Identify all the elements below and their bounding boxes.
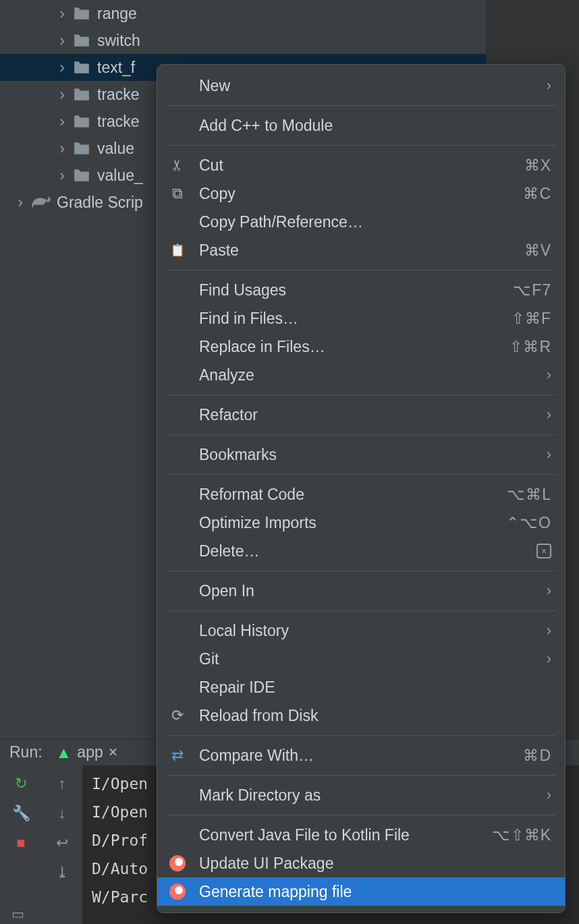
tree-item-label: range [97, 5, 137, 23]
menu-item[interactable]: Update UI Package [157, 849, 565, 877]
menu-shortcut: ⌥⇧⌘K [492, 826, 551, 844]
run-gutter-right[interactable]: ↑ ↓ ↩ ⤓ [42, 766, 82, 924]
menu-separator [167, 815, 555, 815]
chevron-right-icon: › [547, 622, 551, 639]
menu-item[interactable]: ⧉Copy⌘C [157, 179, 565, 208]
folder-icon [73, 33, 90, 48]
menu-item-label: Open In [199, 582, 547, 600]
tree-item-label: value_ [97, 167, 143, 185]
menu-item[interactable]: Git› [157, 645, 565, 673]
paste-icon: 📋 [167, 244, 188, 256]
chevron-right-icon: › [55, 140, 69, 158]
menu-item-label: Compare With… [199, 747, 523, 765]
arrow-down-icon[interactable]: ↓ [59, 805, 66, 822]
arrow-up-icon[interactable]: ↑ [59, 775, 66, 792]
menu-item[interactable]: Reformat Code⌥⌘L [157, 480, 565, 509]
tab-close-icon[interactable]: × [109, 743, 117, 761]
folder-icon [73, 60, 90, 75]
menu-item-label: Bookmarks [199, 446, 547, 464]
menu-separator [167, 145, 555, 146]
soft-wrap-icon[interactable]: ↩ [56, 834, 68, 852]
menu-item[interactable]: Analyze› [157, 361, 565, 389]
menu-item[interactable]: Find in Files…⇧⌘F [157, 304, 565, 333]
menu-item-label: Cut [199, 156, 524, 175]
menu-shortcut: ⌥⌘L [507, 486, 551, 504]
menu-item[interactable]: Local History› [157, 616, 565, 645]
folder-icon [73, 87, 90, 102]
menu-item[interactable]: Delete…× [157, 537, 565, 565]
menu-item-label: Analyze [199, 366, 547, 384]
chevron-right-icon: › [13, 194, 27, 212]
run-gutter-left[interactable]: ↻ 🔧 ■ [0, 766, 42, 924]
menu-item[interactable]: Add C++ to Module [157, 111, 565, 140]
chevron-right-icon: › [547, 406, 551, 424]
chevron-right-icon: › [547, 77, 551, 94]
chevron-right-icon: › [55, 113, 69, 131]
run-tab-app[interactable]: ▲ app × [56, 743, 118, 762]
menu-item[interactable]: Convert Java File to Kotlin File⌥⇧⌘K [157, 821, 565, 849]
tree-item[interactable]: › range [0, 0, 486, 27]
menu-item[interactable]: Mark Directory as› [157, 781, 565, 809]
chevron-right-icon: › [547, 582, 551, 600]
menu-item-label: Delete… [199, 542, 536, 560]
context-menu[interactable]: New›Add C++ to Module✂Cut⌘X⧉Copy⌘CCopy P… [157, 64, 566, 913]
copy-icon: ⧉ [167, 186, 188, 201]
folder-icon [73, 168, 90, 183]
menu-shortcut: ⌘V [524, 241, 551, 260]
menu-item-label: Repair IDE [199, 678, 551, 697]
menu-item[interactable]: Copy Path/Reference… [157, 208, 565, 236]
tree-item-label: tracke [97, 86, 140, 104]
menu-separator [167, 474, 555, 475]
folder-icon [73, 114, 90, 129]
menu-item-label: Refactor [199, 406, 547, 424]
menu-item-label: Mark Directory as [199, 786, 547, 805]
relay-icon [167, 884, 188, 900]
menu-item[interactable]: Replace in Files…⇧⌘R [157, 333, 565, 361]
menu-item[interactable]: Refactor› [157, 401, 565, 429]
delete-badge-icon: × [536, 544, 551, 558]
relay-icon [167, 855, 188, 871]
menu-item-label: Reload from Disk [199, 707, 551, 725]
run-label: Run: [9, 743, 43, 761]
menu-item-label: Find Usages [199, 281, 513, 299]
menu-item-label: New [199, 77, 547, 95]
menu-item[interactable]: 📋Paste⌘V [157, 236, 565, 264]
menu-shortcut: ⌘C [523, 185, 551, 203]
menu-item-label: Git [199, 650, 547, 668]
tree-item[interactable]: › switch [0, 27, 486, 54]
menu-item-label: Replace in Files… [199, 338, 509, 356]
menu-item[interactable]: Open In› [157, 577, 565, 605]
chevron-right-icon: › [547, 786, 551, 804]
menu-item[interactable]: Repair IDE [157, 673, 565, 701]
chevron-right-icon: › [55, 32, 69, 50]
menu-item[interactable]: Generate mapping file [157, 877, 565, 906]
menu-separator [167, 735, 555, 736]
tree-item-label: tracke [97, 113, 140, 131]
tree-item-label: text_f [97, 59, 135, 77]
reload-icon: ⟳ [167, 708, 188, 723]
menu-shortcut: ⌘D [523, 747, 551, 765]
status-bar-icon[interactable]: ▭ [0, 904, 35, 924]
chevron-right-icon: › [547, 650, 551, 668]
menu-shortcut: ⇧⌘R [509, 338, 551, 356]
menu-item[interactable]: Find Usages⌥F7 [157, 276, 565, 304]
menu-item-label: Generate mapping file [199, 883, 551, 901]
menu-item-label: Local History [199, 622, 547, 640]
menu-item[interactable]: New› [157, 71, 565, 100]
menu-item[interactable]: ⟳Reload from Disk [157, 701, 565, 730]
scroll-to-end-icon[interactable]: ⤓ [56, 864, 68, 882]
menu-item[interactable]: ✂Cut⌘X [157, 151, 565, 179]
menu-item[interactable]: ⇄Compare With…⌘D [157, 741, 565, 770]
gradle-icon [31, 196, 51, 209]
tree-item-label: switch [97, 32, 140, 50]
folder-icon [73, 141, 90, 156]
menu-separator [167, 395, 555, 395]
menu-separator [167, 105, 555, 106]
rerun-icon[interactable]: ↻ [15, 775, 27, 792]
menu-item[interactable]: Optimize Imports⌃⌥O [157, 509, 565, 537]
stop-icon[interactable]: ■ [16, 834, 25, 852]
menu-item[interactable]: Bookmarks› [157, 440, 565, 469]
chevron-right-icon: › [55, 167, 69, 185]
menu-item-label: Convert Java File to Kotlin File [199, 826, 492, 844]
wrench-icon[interactable]: 🔧 [12, 805, 30, 822]
